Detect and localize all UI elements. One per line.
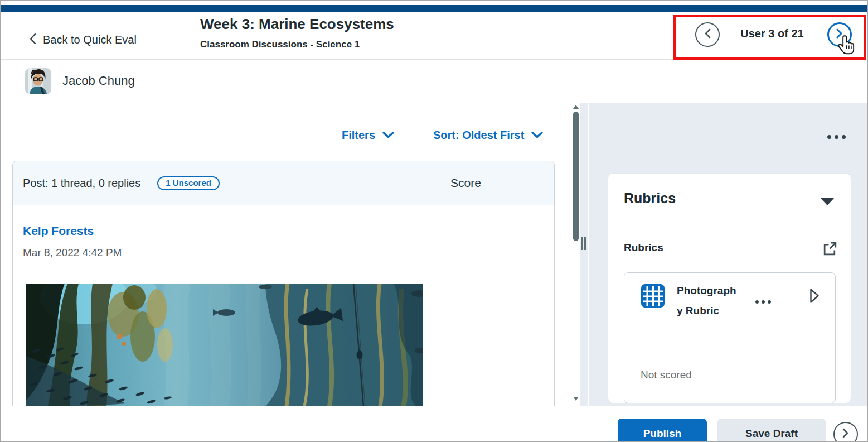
score-column-header: Score (439, 176, 554, 190)
user-position-label: User 3 of 21 (721, 27, 823, 40)
chevron-left-circle-icon (704, 28, 711, 41)
filters-label: Filters (342, 129, 375, 142)
rubrics-subsection-title: Rubrics (624, 242, 663, 254)
rubrics-section-title: Rubrics (624, 190, 676, 206)
rubric-divider (792, 283, 792, 310)
caret-down-icon[interactable] (819, 197, 835, 208)
rubric-status: Not scored (641, 369, 692, 381)
navbar-accent-bar (1, 5, 867, 12)
page-header: Back to Quick Eval Week 3: Marine Ecosys… (1, 12, 867, 60)
rubric-grid-icon (641, 284, 665, 310)
next-user-button[interactable] (827, 22, 852, 47)
score-column-divider (439, 161, 439, 406)
external-link-icon[interactable] (822, 241, 837, 258)
previous-user-button[interactable] (695, 22, 720, 47)
title-block: Week 3: Marine Ecosystems Classroom Disc… (200, 16, 394, 50)
panel-splitter-handle[interactable] (581, 237, 586, 250)
publish-button[interactable]: Publish (618, 419, 707, 442)
ellipsis-icon (768, 300, 771, 304)
rubric-name: Photography Rubric (677, 281, 739, 321)
panel-splitter (580, 103, 588, 406)
ellipsis-icon (835, 135, 838, 139)
unscored-badge: 1 Unscored (157, 176, 220, 190)
student-row: Jacob Chung (1, 60, 867, 103)
post-title-link[interactable]: Kelp Forests (23, 224, 94, 238)
chevron-down-icon (531, 131, 543, 141)
ellipsis-icon (827, 135, 831, 139)
scrollbar-down-arrow[interactable] (573, 397, 579, 401)
header-divider (180, 14, 180, 57)
footer-next-user-button[interactable] (833, 422, 858, 442)
ellipsis-icon (755, 300, 759, 304)
filters-dropdown[interactable]: Filters (342, 129, 394, 142)
ellipsis-icon (842, 135, 846, 139)
chevron-right-circle-icon (842, 428, 849, 440)
scrollbar-up-arrow[interactable] (573, 105, 579, 109)
chevron-left-icon (29, 33, 36, 47)
scrollbar-thumb[interactable] (573, 112, 579, 241)
back-link-label: Back to Quick Eval (43, 33, 137, 46)
rubric-item-divider (641, 354, 822, 354)
ellipsis-icon (762, 300, 765, 304)
chevron-down-icon (382, 131, 394, 141)
post-timestamp: Mar 8, 2022 4:42 PM (23, 247, 122, 259)
post-summary: Post: 1 thread, 0 replies (23, 177, 140, 190)
student-name: Jacob Chung (62, 74, 135, 88)
posts-table: Post: 1 thread, 0 replies 1 Unscored Sco… (12, 161, 555, 406)
panel-overflow-menu-button[interactable] (825, 133, 848, 141)
rubric-overflow-menu-button[interactable] (753, 298, 773, 306)
rubrics-card: Rubrics Rubrics (608, 173, 851, 403)
card-divider (624, 229, 838, 229)
avatar (25, 68, 51, 94)
page-subtitle: Classroom Discussions - Science 1 (200, 39, 394, 50)
sort-dropdown[interactable]: Sort: Oldest First (433, 129, 543, 142)
play-outline-icon[interactable] (809, 287, 820, 306)
save-draft-button[interactable]: Save Draft (717, 419, 826, 442)
back-to-quick-eval-link[interactable]: Back to Quick Eval (29, 27, 137, 52)
post-image-kelp-forest (26, 284, 423, 406)
rubric-item-row[interactable]: Photography Rubric Not scored (624, 272, 836, 403)
page-title: Week 3: Marine Ecosystems (200, 16, 394, 33)
quick-eval-discussion-screen: Back to Quick Eval Week 3: Marine Ecosys… (0, 0, 868, 442)
evaluation-panel: Rubrics Rubrics (589, 103, 867, 406)
sort-label: Sort: Oldest First (433, 129, 524, 142)
chevron-right-circle-icon (836, 28, 843, 41)
posts-table-header: Post: 1 thread, 0 replies 1 Unscored Sco… (13, 161, 554, 205)
